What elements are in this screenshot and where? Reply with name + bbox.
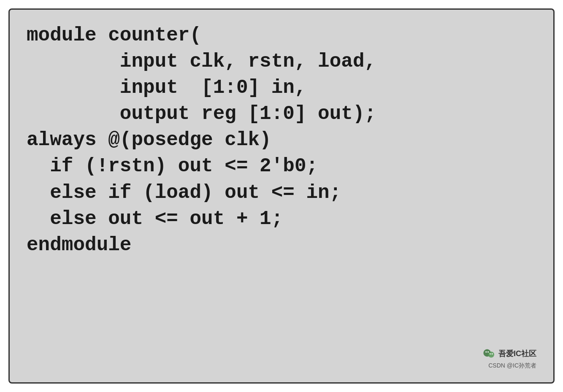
watermark-area: 吾爱IC社区 CSDN @IC孙荒者	[27, 347, 536, 370]
watermark-sub-text: CSDN @IC孙荒者	[488, 362, 536, 370]
code-content: module counter( input clk, rstn, load, i…	[27, 22, 536, 343]
svg-point-1	[488, 351, 494, 357]
watermark-logo: 吾爱IC社区	[482, 347, 536, 360]
wechat-icon	[482, 347, 496, 360]
watermark-logo-text: 吾爱IC社区	[498, 349, 536, 359]
svg-point-5	[492, 353, 493, 354]
code-panel: module counter( input clk, rstn, load, i…	[8, 8, 555, 384]
svg-point-2	[485, 351, 487, 352]
svg-point-4	[490, 353, 491, 354]
svg-point-3	[487, 351, 489, 352]
